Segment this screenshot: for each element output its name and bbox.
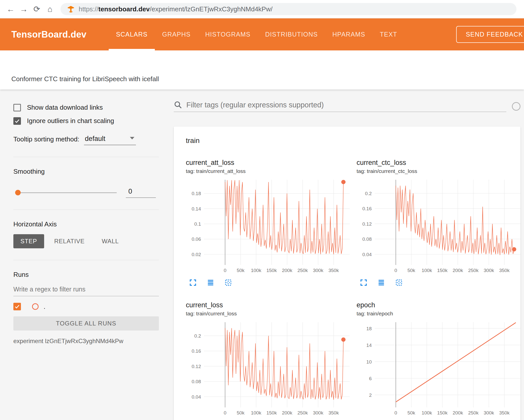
back-icon[interactable]: ← [4,3,17,16]
tab-graphs[interactable]: GRAPHS [155,18,198,50]
line-chart[interactable]: 0.040.080.120.160.2050k100k150k200k250k3… [186,320,352,418]
show-download-checkbox[interactable] [13,104,21,111]
chart-current-loss: current_loss tag: train/current_loss 0.0… [186,301,357,418]
svg-text:250k: 250k [297,268,308,273]
svg-text:50k: 50k [237,410,245,415]
content: Show data download links Ignore outliers… [0,89,524,420]
send-feedback-button[interactable]: SEND FEEDBACK [456,26,524,43]
tab-hparams[interactable]: HPARAMS [325,18,372,50]
svg-text:150k: 150k [437,268,448,273]
url-scheme: https:// [79,5,98,13]
svg-text:250k: 250k [468,268,479,273]
svg-text:10: 10 [366,359,372,365]
axis-relative-button[interactable]: RELATIVE [47,234,92,248]
tooltip-sort-select[interactable]: default [84,135,136,145]
chart-tag: tag: train/epoch [357,311,524,317]
svg-text:50k: 50k [407,410,415,415]
svg-text:0.16: 0.16 [362,206,372,211]
svg-text:300k: 300k [484,268,494,273]
line-chart[interactable]: 0.020.060.10.140.18050k100k150k200k250k3… [186,178,352,276]
svg-text:250k: 250k [297,410,308,415]
line-chart[interactable]: 0.040.080.120.160.2050k100k150k200k250k3… [357,178,523,276]
svg-text:2: 2 [369,393,372,398]
chart-current-ctc-loss: current_ctc_loss tag: train/current_ctc_… [357,159,524,287]
svg-text:200k: 200k [453,268,463,273]
section-title: train [186,137,518,145]
svg-text:0.08: 0.08 [362,236,372,242]
reload-icon[interactable]: ⟳ [30,3,43,16]
tab-histograms[interactable]: HISTOGRAMS [198,18,258,50]
run-checkbox[interactable] [13,303,21,310]
filter-tags-field [174,101,506,112]
tensorboard-favicon [67,5,75,13]
svg-text:150k: 150k [266,410,277,415]
checkmark-icon [14,304,20,310]
help-circle-button[interactable] [512,102,520,111]
svg-text:0: 0 [394,410,397,415]
fit-domain-icon[interactable] [224,279,232,287]
svg-text:100k: 100k [422,268,432,273]
ignore-outliers-checkbox[interactable] [13,117,21,125]
horizontal-axis-label: Horizontal Axis [13,220,159,228]
svg-text:0.14: 0.14 [192,206,201,212]
svg-text:350k: 350k [499,268,510,273]
chart-tag: tag: train/current_loss [186,311,357,317]
ignore-outliers-label: Ignore outliers in chart scaling [27,117,114,125]
smoothing-value-input[interactable] [126,188,156,198]
top-nav: SCALARS GRAPHS HISTOGRAMS DISTRIBUTIONS … [109,18,404,50]
settings-sidebar: Show data download links Ignore outliers… [0,89,165,420]
svg-text:100k: 100k [251,268,261,273]
tab-text[interactable]: TEXT [372,18,404,50]
axis-step-button[interactable]: STEP [13,234,44,248]
charts-grid: current_att_loss tag: train/current_att_… [186,159,518,418]
chart-title: current_att_loss [186,159,357,167]
svg-text:0.2: 0.2 [365,191,372,196]
fullscreen-icon[interactable] [189,279,197,287]
chart-tag: tag: train/current_att_loss [186,168,357,174]
smoothing-slider-thumb[interactable] [15,190,21,195]
home-icon[interactable]: ⌂ [43,3,56,16]
filter-tags-input[interactable] [186,101,506,109]
svg-text:0.04: 0.04 [362,252,372,257]
tab-distributions[interactable]: DISTRIBUTIONS [258,18,325,50]
divider [13,157,159,157]
run-name: . [44,303,45,310]
url-domain: tensorboard.dev [98,5,150,13]
tensorboard-logo[interactable]: TensorBoard.dev [11,29,86,40]
browser-toolbar: ← → ⟳ ⌂ https://tensorboard.dev/experime… [0,0,524,18]
chart-toolbar [360,279,524,287]
chart-title: epoch [357,301,524,309]
checkmark-icon [14,118,20,124]
fullscreen-icon[interactable] [360,279,368,287]
horizontal-lines-icon[interactable] [377,279,385,287]
svg-text:0.16: 0.16 [192,348,201,354]
smoothing-slider[interactable] [16,192,117,193]
runs-filter-input[interactable] [13,286,159,296]
app-header: TensorBoard.dev SCALARS GRAPHS HISTOGRAM… [0,18,524,50]
svg-text:200k: 200k [282,410,293,415]
run-row: . [13,303,159,310]
line-chart[interactable]: 26101418050k100k150k200k250k300k350k [357,320,523,418]
svg-text:0.2: 0.2 [194,333,201,339]
svg-text:250k: 250k [468,410,479,415]
tab-scalars[interactable]: SCALARS [109,18,155,50]
svg-text:0: 0 [224,410,226,415]
tooltip-sort-label: Tooltip sorting method: [13,135,79,145]
runs-label: Runs [13,271,159,279]
chart-title: current_ctc_loss [357,159,524,167]
fit-domain-icon[interactable] [395,279,403,287]
axis-wall-button[interactable]: WALL [95,234,126,248]
address-bar[interactable]: https://tensorboard.dev/experiment/lzGnE… [61,3,516,15]
search-icon [174,101,182,109]
chevron-down-icon [130,137,134,139]
svg-text:200k: 200k [282,268,293,273]
toggle-all-runs-button[interactable]: TOGGLE ALL RUNS [13,316,159,331]
svg-text:200k: 200k [453,410,463,415]
tooltip-sort-value: default [85,135,105,143]
svg-text:6: 6 [369,376,372,381]
svg-text:300k: 300k [313,410,324,415]
url-path: /experiment/lzGnETjwRxC3yghNMd4kPw/ [150,5,273,13]
forward-icon[interactable]: → [17,3,30,16]
title-band: Conformer CTC training for LibriSpeech w… [0,50,524,89]
horizontal-lines-icon[interactable] [207,279,215,287]
